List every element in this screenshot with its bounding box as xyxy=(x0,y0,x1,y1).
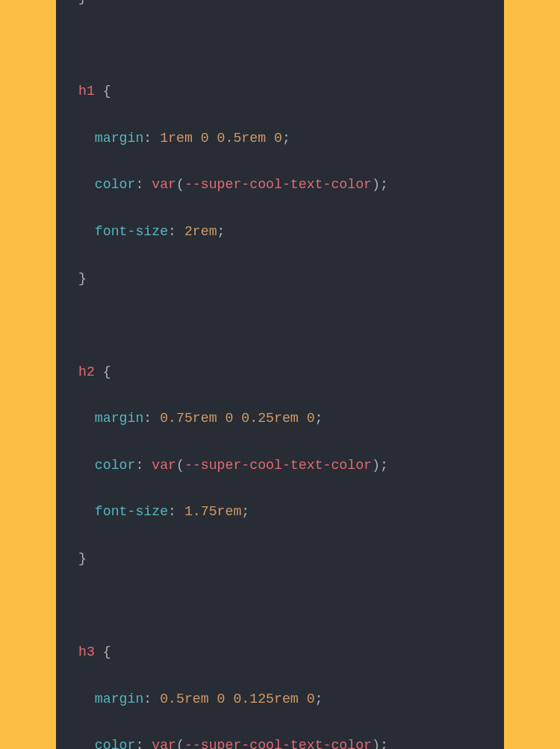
lparen: ( xyxy=(176,738,184,749)
rparen: ) xyxy=(372,458,380,473)
css-value: 1rem 0 0.5rem 0 xyxy=(160,131,282,146)
space xyxy=(143,458,152,473)
blank-line xyxy=(78,34,482,57)
code-line: font-size: 2rem; xyxy=(78,220,482,243)
code-window: :root { --super-cool-text-color: blue; }… xyxy=(56,0,504,749)
css-prop: color xyxy=(95,458,136,473)
semicolon: ; xyxy=(380,458,388,473)
space xyxy=(152,411,160,426)
colon: : xyxy=(168,504,176,519)
colon: : xyxy=(135,738,143,749)
blank-line xyxy=(78,314,482,337)
indent xyxy=(78,220,95,243)
semicolon: ; xyxy=(380,738,388,749)
code-line: color: var(--super-cool-text-color); xyxy=(78,454,482,477)
close-brace: } xyxy=(78,551,87,566)
code-block: :root { --super-cool-text-color: blue; }… xyxy=(56,0,504,749)
semicolon: ; xyxy=(241,504,249,519)
css-value: 0.5rem 0 0.125rem 0 xyxy=(160,691,314,706)
space xyxy=(143,738,152,749)
rparen: ) xyxy=(372,177,380,192)
css-prop: margin xyxy=(95,131,144,146)
var-keyword: var xyxy=(152,177,176,192)
colon: : xyxy=(168,224,176,239)
code-line: h2 { xyxy=(78,361,482,384)
css-prop: font-size xyxy=(95,504,168,519)
space xyxy=(152,131,160,146)
open-brace: { xyxy=(103,84,111,99)
space xyxy=(176,504,184,519)
selector-h1: h1 xyxy=(78,84,95,99)
space xyxy=(95,364,103,379)
var-keyword: var xyxy=(152,458,176,473)
semicolon: ; xyxy=(282,131,290,146)
css-prop: font-size xyxy=(95,224,168,239)
colon: : xyxy=(135,458,143,473)
indent xyxy=(78,454,95,477)
indent xyxy=(78,407,95,430)
selector-h3: h3 xyxy=(78,644,95,659)
code-line: } xyxy=(78,267,482,290)
css-value: 1.75rem xyxy=(184,504,241,519)
space xyxy=(143,177,152,192)
code-line: font-size: 1.75rem; xyxy=(78,500,482,523)
code-line: margin: 0.5rem 0 0.125rem 0; xyxy=(78,688,482,711)
var-arg: --super-cool-text-color xyxy=(184,458,372,473)
css-prop: color xyxy=(95,738,136,749)
css-prop: margin xyxy=(95,411,144,426)
code-line: h3 { xyxy=(78,641,482,664)
indent xyxy=(78,500,95,523)
close-brace: } xyxy=(78,0,87,5)
colon: : xyxy=(135,177,143,192)
code-line: color: var(--super-cool-text-color); xyxy=(78,173,482,196)
code-line: h1 { xyxy=(78,80,482,103)
semicolon: ; xyxy=(380,177,388,192)
code-line: } xyxy=(78,547,482,571)
semicolon: ; xyxy=(315,691,323,706)
lparen: ( xyxy=(176,458,184,473)
blank-line xyxy=(78,594,482,618)
var-arg: --super-cool-text-color xyxy=(184,738,372,749)
css-value: 2rem xyxy=(184,224,217,239)
css-value: 0.75rem 0 0.25rem 0 xyxy=(160,411,314,426)
indent xyxy=(78,734,95,749)
space xyxy=(95,644,103,659)
indent xyxy=(78,127,95,150)
open-brace: { xyxy=(103,644,111,659)
css-prop: color xyxy=(95,177,136,192)
rparen: ) xyxy=(372,738,380,749)
code-line: } xyxy=(78,0,482,10)
space xyxy=(152,691,160,706)
css-prop: margin xyxy=(95,691,144,706)
semicolon: ; xyxy=(315,411,323,426)
space xyxy=(176,224,184,239)
indent xyxy=(78,688,95,711)
open-brace: { xyxy=(103,364,111,379)
colon: : xyxy=(143,411,152,426)
indent xyxy=(78,173,95,196)
space xyxy=(95,84,103,99)
code-line: margin: 1rem 0 0.5rem 0; xyxy=(78,127,482,150)
colon: : xyxy=(143,131,152,146)
var-keyword: var xyxy=(152,738,176,749)
lparen: ( xyxy=(176,177,184,192)
code-line: margin: 0.75rem 0 0.25rem 0; xyxy=(78,407,482,430)
code-line: color: var(--super-cool-text-color); xyxy=(78,734,482,749)
selector-h2: h2 xyxy=(78,364,95,379)
semicolon: ; xyxy=(217,224,225,239)
close-brace: } xyxy=(78,271,87,286)
colon: : xyxy=(143,691,152,706)
var-arg: --super-cool-text-color xyxy=(184,177,372,192)
